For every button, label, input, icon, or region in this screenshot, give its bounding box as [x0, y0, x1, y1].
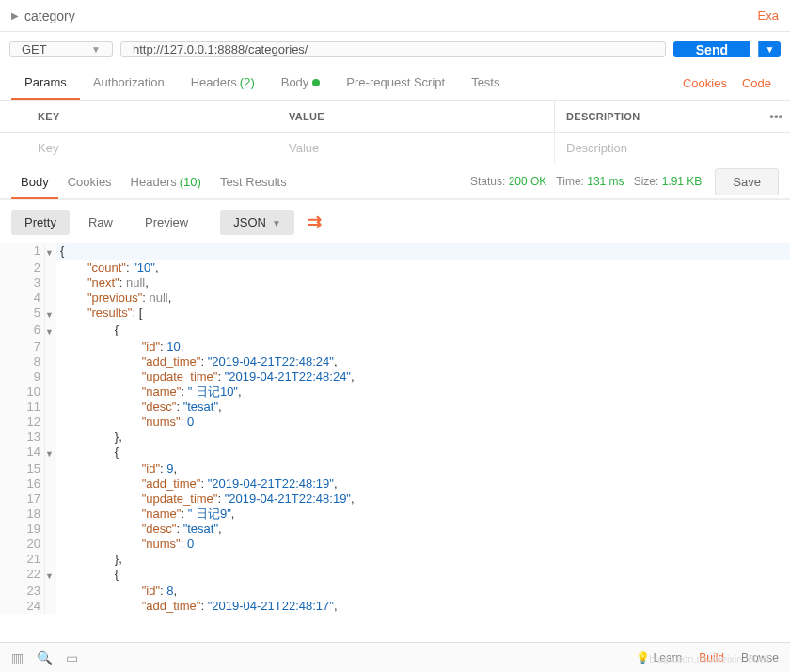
time-label: Time: 131 ms [556, 175, 624, 188]
code-line: 6▼ { [0, 322, 790, 339]
code-line: 1▼{ [0, 243, 790, 260]
param-desc-input[interactable]: Description [555, 133, 790, 164]
search-icon[interactable]: 🔍 [37, 650, 53, 665]
status-label: Status: 200 OK [470, 175, 546, 188]
request-tabs: Params Authorization Headers(2) Body Pre… [0, 67, 790, 101]
url-input[interactable]: http://127.0.0.1:8888/categories/ [120, 41, 666, 57]
code-line: 10 "name": " 日记10", [0, 384, 790, 399]
code-line: 20 "nums": 0 [0, 537, 790, 552]
tab-prerequest[interactable]: Pre-request Script [333, 67, 458, 100]
code-line: 22▼ { [0, 567, 790, 584]
url-text: http://127.0.0.1:8888/categories/ [133, 42, 308, 56]
params-row-empty: Key Value Description [0, 133, 790, 164]
code-line: 5▼ "results": [ [0, 305, 790, 322]
caret-down-icon: ▼ [91, 44, 101, 55]
params-header-value: VALUE [277, 101, 555, 132]
wrap-lines-icon[interactable]: ⇉ [300, 208, 329, 236]
cookies-link[interactable]: Cookies [675, 76, 735, 90]
tab-authorization[interactable]: Authorization [80, 67, 178, 100]
code-line: 4 "previous": null, [0, 290, 790, 305]
size-label: Size: 1.91 KB [634, 175, 703, 188]
code-line: 15 "id": 9, [0, 461, 790, 477]
resp-tab-headers[interactable]: Headers(10) [121, 165, 211, 199]
resp-tab-cookies[interactable]: Cookies [58, 165, 121, 199]
view-pretty-button[interactable]: Pretty [11, 210, 70, 235]
format-select[interactable]: JSON▼ [220, 210, 294, 235]
tab-body[interactable]: Body [268, 67, 334, 100]
http-method-select[interactable]: GET ▼ [9, 41, 113, 57]
code-line: 21 }, [0, 552, 790, 567]
code-line: 24 "add_time": "2019-04-21T22:48:17", [0, 599, 790, 614]
param-value-input[interactable]: Value [277, 133, 555, 164]
code-line: 23 "id": 8, [0, 584, 790, 599]
code-link[interactable]: Code [735, 76, 779, 90]
response-body-viewer[interactable]: 1▼{2 "count": "10",3 "next": null,4 "pre… [0, 243, 790, 614]
request-titlebar: ▶ category Exa [0, 0, 790, 32]
footer-build[interactable]: Build [699, 651, 724, 664]
tab-tests[interactable]: Tests [458, 67, 513, 100]
footer-bar: ▥ 🔍 ▭ 💡 Learn Build Browse blog.csdn.net… [0, 642, 790, 672]
params-menu-icon[interactable]: ••• [762, 101, 790, 132]
params-header-desc: DESCRIPTION [555, 101, 762, 132]
code-line: 17 "update_time": "2019-04-21T22:48:19", [0, 492, 790, 507]
url-row: GET ▼ http://127.0.0.1:8888/categories/ … [0, 32, 790, 67]
request-name: category [24, 8, 758, 23]
resp-tab-body[interactable]: Body [11, 165, 58, 199]
code-line: 11 "desc": "tesat", [0, 399, 790, 414]
caret-down-icon: ▼ [272, 218, 281, 228]
code-line: 7 "id": 10, [0, 339, 790, 354]
footer-learn[interactable]: 💡 Learn [636, 651, 683, 664]
code-line: 14▼ { [0, 445, 790, 461]
response-view-bar: Pretty Raw Preview JSON▼ ⇉ [0, 200, 790, 243]
tab-headers[interactable]: Headers(2) [178, 67, 268, 100]
param-key-input[interactable]: Key [0, 133, 277, 164]
collapse-toggle-icon[interactable]: ▶ [11, 10, 19, 21]
resp-tab-test-results[interactable]: Test Results [211, 165, 296, 199]
code-line: 19 "desc": "tesat", [0, 522, 790, 537]
layout-icon[interactable]: ▥ [11, 650, 24, 665]
send-button[interactable]: Send [673, 41, 750, 57]
params-header-key: KEY [0, 101, 277, 132]
code-line: 9 "update_time": "2019-04-21T22:48:24", [0, 369, 790, 384]
code-line: 3 "next": null, [0, 275, 790, 290]
response-tabs: Body Cookies Headers(10) Test Results St… [0, 164, 790, 200]
code-line: 12 "nums": 0 [0, 414, 790, 430]
code-line: 13 }, [0, 430, 790, 445]
params-header: KEY VALUE DESCRIPTION ••• [0, 101, 790, 133]
save-response-button[interactable]: Save [715, 168, 779, 195]
view-preview-button[interactable]: Preview [132, 210, 201, 235]
http-method-label: GET [22, 42, 47, 56]
console-icon[interactable]: ▭ [66, 650, 78, 665]
body-indicator-dot [312, 79, 320, 86]
send-dropdown-toggle[interactable]: ▼ [758, 41, 781, 57]
code-line: 16 "add_time": "2019-04-21T22:48:19", [0, 477, 790, 492]
titlebar-right-link[interactable]: Exa [758, 8, 779, 23]
code-line: 8 "add_time": "2019-04-21T22:48:24", [0, 354, 790, 369]
code-line: 2 "count": "10", [0, 260, 790, 275]
view-raw-button[interactable]: Raw [75, 210, 126, 235]
footer-browse[interactable]: Browse [741, 651, 779, 664]
tab-params[interactable]: Params [11, 67, 80, 100]
code-line: 18 "name": " 日记9", [0, 507, 790, 522]
